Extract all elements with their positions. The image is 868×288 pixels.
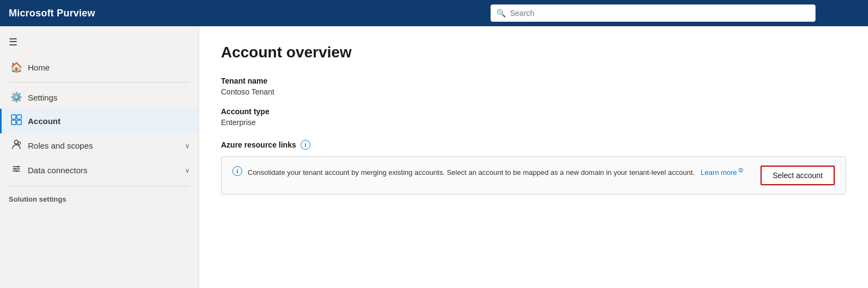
svg-point-7: [17, 166, 19, 168]
topbar: Microsoft Purview 🔍: [0, 0, 868, 26]
sidebar-item-label: Settings: [28, 93, 190, 102]
azure-info-text: Consolidate your tenant account by mergi…: [248, 166, 743, 178]
hamburger-button[interactable]: ☰: [0, 31, 199, 54]
learn-more-link[interactable]: Learn more ⧉: [699, 168, 744, 177]
sidebar-item-settings[interactable]: ⚙️ Settings: [0, 86, 199, 109]
sidebar-item-label: Account: [28, 116, 190, 126]
page-title: Account overview: [221, 44, 846, 61]
settings-gear-icon: ⚙️: [10, 91, 22, 103]
search-input[interactable]: [510, 9, 810, 17]
sidebar-item-label: Home: [28, 63, 190, 72]
svg-point-6: [14, 168, 16, 170]
sidebar-divider-2: [9, 186, 190, 186]
tenant-name-value: Contoso Tenant: [221, 87, 846, 96]
svg-rect-1: [17, 115, 21, 119]
info-icon-small: i: [232, 166, 242, 176]
svg-rect-3: [17, 120, 21, 125]
azure-section-title: Azure resource links: [221, 140, 296, 149]
sidebar-item-roles-scopes[interactable]: Roles and scopes ∨: [0, 133, 199, 158]
svg-rect-0: [11, 115, 16, 119]
select-account-button[interactable]: Select account: [761, 166, 835, 185]
sidebar-item-label: Roles and scopes: [28, 141, 179, 150]
main-content: Account overview Tenant name Contoso Ten…: [199, 26, 868, 288]
sidebar-item-label: Data connectors: [28, 166, 179, 175]
external-link-icon: ⧉: [739, 167, 743, 173]
search-box: 🔍: [490, 4, 816, 22]
svg-point-8: [16, 171, 17, 172]
azure-section-header: Azure resource links i: [221, 140, 846, 150]
account-type-label: Account type: [221, 107, 846, 116]
azure-info-box: i Consolidate your tenant account by mer…: [221, 156, 846, 195]
account-type-value: Enterprise: [221, 118, 846, 127]
account-type-section: Account type Enterprise: [221, 107, 846, 127]
svg-rect-2: [11, 120, 16, 125]
tenant-name-label: Tenant name: [221, 77, 846, 85]
sidebar-item-data-connectors[interactable]: Data connectors ∨: [0, 158, 199, 183]
tenant-name-section: Tenant name Contoso Tenant: [221, 77, 846, 96]
info-icon[interactable]: i: [301, 140, 310, 150]
data-connectors-icon: [10, 163, 22, 177]
solution-settings-label: Solution settings: [0, 190, 199, 205]
search-icon: 🔍: [496, 9, 506, 17]
sidebar: ☰ 🏠 Home ⚙️ Settings Account: [0, 26, 199, 288]
sidebar-divider-1: [9, 82, 190, 83]
roles-icon: [10, 139, 22, 152]
home-icon: 🏠: [10, 61, 22, 73]
chevron-down-icon: ∨: [185, 167, 190, 174]
account-icon: [10, 114, 22, 128]
sidebar-item-home[interactable]: 🏠 Home: [0, 56, 199, 79]
main-layout: ☰ 🏠 Home ⚙️ Settings Account: [0, 26, 868, 288]
azure-info-text-row: i Consolidate your tenant account by mer…: [232, 166, 752, 178]
sidebar-item-account[interactable]: Account: [0, 109, 199, 133]
content-card: Account overview Tenant name Contoso Ten…: [199, 26, 868, 288]
app-title: Microsoft Purview: [9, 8, 95, 19]
azure-resource-section: Azure resource links i i Consolidate you…: [221, 140, 846, 195]
chevron-down-icon: ∨: [185, 142, 190, 150]
search-container: 🔍: [490, 4, 816, 22]
hamburger-icon: ☰: [9, 36, 17, 48]
